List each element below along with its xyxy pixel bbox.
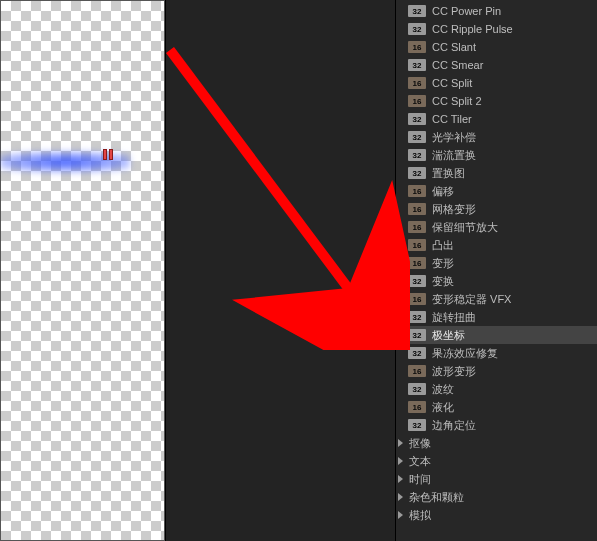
effect-label: 偏移 — [432, 184, 454, 199]
effect-item[interactable]: 16变形 — [396, 254, 597, 272]
effect-label: 波形变形 — [432, 364, 476, 379]
effect-item[interactable]: 16CC Slant — [396, 38, 597, 56]
effect-item[interactable]: 32极坐标 — [396, 326, 597, 344]
effect-label: CC Split — [432, 77, 472, 89]
bit-depth-badge: 32 — [408, 149, 426, 161]
effect-item[interactable]: 32光学补偿 — [396, 128, 597, 146]
bit-depth-badge: 32 — [408, 329, 426, 341]
bit-depth-badge: 32 — [408, 311, 426, 323]
effect-label: 湍流置换 — [432, 148, 476, 163]
category-label: 时间 — [409, 472, 431, 487]
chevron-right-icon — [398, 475, 403, 483]
bit-depth-badge: 16 — [408, 293, 426, 305]
effect-label: 光学补偿 — [432, 130, 476, 145]
effect-label: 液化 — [432, 400, 454, 415]
effect-label: 极坐标 — [432, 328, 465, 343]
effect-label: 变形 — [432, 256, 454, 271]
bit-depth-badge: 16 — [408, 41, 426, 53]
category-label: 模拟 — [409, 508, 431, 523]
effect-label: CC Tiler — [432, 113, 472, 125]
effect-item[interactable]: 16波形变形 — [396, 362, 597, 380]
preview-panel[interactable] — [0, 0, 165, 541]
bit-depth-badge: 16 — [408, 401, 426, 413]
bit-depth-badge: 32 — [408, 59, 426, 71]
bit-depth-badge: 16 — [408, 203, 426, 215]
chevron-right-icon — [398, 439, 403, 447]
effect-label: CC Power Pin — [432, 5, 501, 17]
effect-label: 变形稳定器 VFX — [432, 292, 511, 307]
effect-item[interactable]: 16凸出 — [396, 236, 597, 254]
effect-item[interactable]: 32CC Power Pin — [396, 2, 597, 20]
effect-item[interactable]: 16保留细节放大 — [396, 218, 597, 236]
bit-depth-badge: 16 — [408, 95, 426, 107]
category-label: 抠像 — [409, 436, 431, 451]
effect-label: 凸出 — [432, 238, 454, 253]
middle-dark-panel — [165, 0, 395, 541]
effect-label: 网格变形 — [432, 202, 476, 217]
effect-label: CC Smear — [432, 59, 483, 71]
chevron-right-icon — [398, 493, 403, 501]
effect-label: 保留细节放大 — [432, 220, 498, 235]
bit-depth-badge: 32 — [408, 113, 426, 125]
effect-item[interactable]: 16CC Split — [396, 74, 597, 92]
chevron-right-icon — [398, 511, 403, 519]
effect-label: 波纹 — [432, 382, 454, 397]
effect-item[interactable]: 32变换 — [396, 272, 597, 290]
bit-depth-badge: 16 — [408, 185, 426, 197]
effect-label: CC Slant — [432, 41, 476, 53]
effect-label: CC Ripple Pulse — [432, 23, 513, 35]
effect-label: 果冻效应修复 — [432, 346, 498, 361]
bit-depth-badge: 32 — [408, 5, 426, 17]
transparency-grid — [0, 0, 165, 541]
effect-item[interactable]: 16变形稳定器 VFX — [396, 290, 597, 308]
category-item[interactable]: 文本 — [396, 452, 597, 470]
effect-label: CC Split 2 — [432, 95, 482, 107]
effect-label: 置换图 — [432, 166, 465, 181]
categories-list[interactable]: 抠像文本时间杂色和颗粒模拟 — [396, 434, 597, 524]
effect-item[interactable]: 32果冻效应修复 — [396, 344, 597, 362]
bit-depth-badge: 32 — [408, 131, 426, 143]
effect-item[interactable]: 32CC Ripple Pulse — [396, 20, 597, 38]
bit-depth-badge: 32 — [408, 167, 426, 179]
category-label: 杂色和颗粒 — [409, 490, 464, 505]
effect-label: 旋转扭曲 — [432, 310, 476, 325]
effect-item[interactable]: 32旋转扭曲 — [396, 308, 597, 326]
effect-item[interactable]: 16液化 — [396, 398, 597, 416]
category-label: 文本 — [409, 454, 431, 469]
effect-item[interactable]: 32置换图 — [396, 164, 597, 182]
category-item[interactable]: 模拟 — [396, 506, 597, 524]
effect-item[interactable]: 16CC Split 2 — [396, 92, 597, 110]
effect-item[interactable]: 16偏移 — [396, 182, 597, 200]
effects-panel[interactable]: 32CC Power Pin32CC Ripple Pulse16CC Slan… — [395, 0, 597, 541]
effect-item[interactable]: 32波纹 — [396, 380, 597, 398]
effects-list[interactable]: 32CC Power Pin32CC Ripple Pulse16CC Slan… — [396, 2, 597, 434]
effect-item[interactable]: 32CC Smear — [396, 56, 597, 74]
bit-depth-badge: 32 — [408, 383, 426, 395]
chevron-right-icon — [398, 457, 403, 465]
bit-depth-badge: 32 — [408, 347, 426, 359]
effect-item[interactable]: 16网格变形 — [396, 200, 597, 218]
category-item[interactable]: 时间 — [396, 470, 597, 488]
effect-label: 边角定位 — [432, 418, 476, 433]
bit-depth-badge: 16 — [408, 77, 426, 89]
effect-item[interactable]: 32湍流置换 — [396, 146, 597, 164]
bit-depth-badge: 16 — [408, 365, 426, 377]
preview-edit-handle[interactable] — [102, 147, 124, 173]
effect-label: 变换 — [432, 274, 454, 289]
effect-item[interactable]: 32边角定位 — [396, 416, 597, 434]
bit-depth-badge: 32 — [408, 275, 426, 287]
category-item[interactable]: 抠像 — [396, 434, 597, 452]
bit-depth-badge: 16 — [408, 239, 426, 251]
bit-depth-badge: 16 — [408, 221, 426, 233]
effect-item[interactable]: 32CC Tiler — [396, 110, 597, 128]
category-item[interactable]: 杂色和颗粒 — [396, 488, 597, 506]
bit-depth-badge: 32 — [408, 23, 426, 35]
bit-depth-badge: 32 — [408, 419, 426, 431]
bit-depth-badge: 16 — [408, 257, 426, 269]
